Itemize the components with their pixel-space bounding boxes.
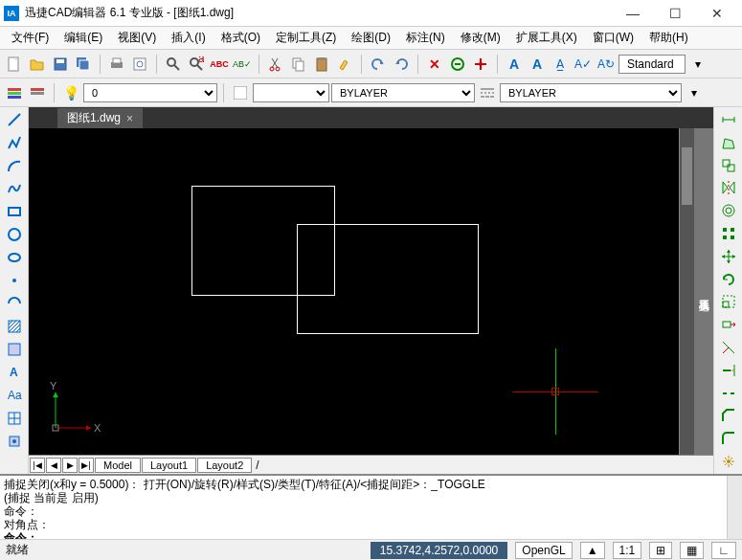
stretch-icon[interactable] [718,314,739,335]
color-combo[interactable] [253,83,329,102]
command-window[interactable]: 捕捉关闭(x和y = 0.5000)： 打开(ON)/旋转(R)/样式(S)/类… [0,474,742,539]
maximize-button[interactable]: ☐ [654,0,696,27]
dist-icon[interactable] [718,109,739,130]
text-a4-icon[interactable]: A✓ [573,54,594,75]
check-icon[interactable]: AB✓ [232,54,253,75]
layout-tab[interactable]: Model [95,458,141,473]
linetype-combo[interactable]: BYLAYER [331,83,475,102]
fillet-icon[interactable] [718,428,739,449]
layer-states-icon[interactable] [27,82,48,103]
explode-icon[interactable] [718,451,739,472]
cmd-prompt[interactable]: 命令： [4,531,738,539]
layout-nav-button[interactable]: ▶ [62,458,78,473]
pan-icon[interactable] [470,54,491,75]
polyline-icon[interactable] [4,132,25,153]
spline-icon[interactable] [4,178,25,199]
menu-item[interactable]: 扩展工具(X) [508,28,585,48]
arc2-icon[interactable] [4,293,25,314]
ellipse-icon[interactable] [4,247,25,268]
doc-tab[interactable]: 图纸1.dwg × [57,108,143,128]
preview-icon[interactable] [129,54,150,75]
close-button[interactable]: ✕ [696,0,738,27]
array-icon[interactable] [718,223,739,244]
redo-icon[interactable] [391,54,412,75]
status-grid-icon[interactable]: ⊞ [649,542,672,559]
menu-item[interactable]: 窗口(W) [585,28,641,48]
menu-item[interactable]: 修改(M) [453,28,508,48]
status-ortho-icon[interactable]: ∟ [711,542,736,559]
print-icon[interactable] [106,54,127,75]
cmd-scrollbar[interactable] [727,476,742,539]
break-icon[interactable] [718,383,739,404]
tab-close-icon[interactable]: × [126,112,133,125]
vertical-scrollbar[interactable] [679,128,694,455]
text-a-icon[interactable]: A [504,54,525,75]
menu-item[interactable]: 文件(F) [4,28,56,48]
line-icon[interactable] [4,109,25,130]
text-a2-icon[interactable]: A [527,54,548,75]
menu-item[interactable]: 插入(I) [164,28,213,48]
layout-tab[interactable]: Layout1 [142,458,196,473]
undo-icon[interactable] [368,54,389,75]
minimize-button[interactable]: — [612,0,654,27]
status-iso-icon[interactable]: ▲ [580,542,605,559]
new-icon[interactable] [4,54,25,75]
paste-icon[interactable] [311,54,332,75]
layout-nav-button[interactable]: ◀ [46,458,61,473]
circle-icon[interactable] [4,224,25,245]
offset-icon[interactable] [718,200,739,221]
table-icon[interactable] [4,408,25,429]
scale-icon[interactable] [718,292,739,313]
dropdown-icon[interactable]: ▾ [687,54,708,75]
extend-icon[interactable] [718,360,739,381]
menu-item[interactable]: 帮助(H) [641,28,696,48]
copy-icon[interactable] [718,155,739,176]
match-icon[interactable] [334,54,355,75]
arc-icon[interactable] [4,155,25,176]
text-icon[interactable]: A [4,362,25,383]
trim-icon[interactable] [718,337,739,358]
status-render[interactable]: OpenGL [515,542,572,559]
point-icon[interactable] [4,270,25,291]
oops-icon[interactable] [447,54,468,75]
lineweight-combo[interactable]: BYLAYER [500,83,682,102]
text-a5-icon[interactable]: A↻ [596,54,617,75]
layer-combo[interactable]: 0 [83,83,217,102]
layout-nav-button[interactable]: ▶| [79,458,94,473]
layer-props-icon[interactable] [4,82,25,103]
erase-icon[interactable]: ✕ [424,54,445,75]
menu-item[interactable]: 格式(O) [214,28,268,48]
scroll-thumb[interactable] [682,147,692,205]
cut-icon[interactable] [265,54,286,75]
color-icon[interactable] [230,82,251,103]
move-icon[interactable] [718,246,739,267]
layout-nav-button[interactable]: |◀ [30,458,45,473]
mtext-icon[interactable]: Aa [4,385,25,406]
text-style-combo[interactable]: Standard [618,55,686,74]
status-scale[interactable]: 1:1 [613,542,642,559]
region-icon[interactable] [4,339,25,360]
text-a3-icon[interactable]: A̲ [550,54,571,75]
menu-item[interactable]: 编辑(E) [56,28,110,48]
open-icon[interactable] [27,54,48,75]
rotate-icon[interactable] [718,269,739,290]
menu-item[interactable]: 视图(V) [110,28,164,48]
save-icon[interactable] [50,54,71,75]
area-icon[interactable] [718,132,739,153]
mirror-icon[interactable] [718,177,739,198]
find-icon[interactable] [163,54,184,75]
rectangle-icon[interactable] [4,201,25,222]
bulb-icon[interactable]: 💡 [60,82,81,103]
drawing-rectangle[interactable] [297,224,479,334]
layout-tab[interactable]: Layout2 [197,458,252,473]
lw-toggle-icon[interactable]: ▾ [684,82,705,103]
menu-item[interactable]: 标注(N) [398,28,453,48]
tool-palette-tab[interactable]: 工具选项板 [694,128,713,455]
spell-icon[interactable]: ABC [209,54,230,75]
find-replace-icon[interactable]: a [186,54,207,75]
copy-icon[interactable] [288,54,309,75]
drawing-canvas[interactable]: X Y [29,128,679,455]
linetype-mgr-icon[interactable] [477,82,498,103]
menu-item[interactable]: 绘图(D) [344,28,398,48]
status-snap-icon[interactable]: ▦ [680,542,704,559]
